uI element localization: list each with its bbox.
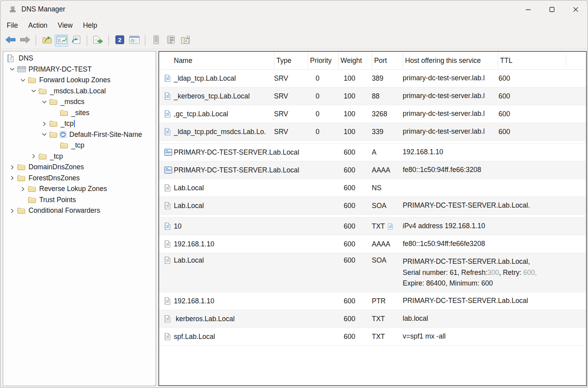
folder-icon	[28, 197, 38, 203]
window-table-icon	[129, 36, 140, 45]
record-row-gc-tcp-lab-local[interactable]: ,gc_tcp.Lab.LocalSRV01003268primary-dc-t…	[159, 105, 586, 123]
tree-item-conditional-forwarders[interactable]: Conditional Forwarders	[3, 205, 156, 216]
record-row-ldap-tcp-lab-local[interactable]: _ldap_tcp.Lab.LocalSRV0100389primary-dc-…	[159, 70, 586, 87]
record-row-lab-local[interactable]: Lab.Local600SOAPRIMARY-DC-TEST-SERVER.La…	[159, 197, 586, 214]
tree-item-label: _tcp	[50, 152, 63, 161]
column-header-weight[interactable]: Weight	[338, 52, 372, 69]
site-globe-icon	[59, 131, 68, 138]
chevron-down-icon[interactable]	[7, 68, 17, 71]
tree-item-domaindnszones[interactable]: DomainDnsZones	[3, 162, 156, 173]
chevron-right-icon[interactable]	[29, 154, 38, 159]
record-port: A	[372, 148, 403, 157]
record-data: fe80::1c50:94ff:fe66fe3208	[403, 238, 498, 250]
record-weight: 600	[338, 166, 372, 174]
menu-action[interactable]: Action	[23, 20, 53, 31]
window-controls	[516, 0, 588, 18]
chevron-right-icon[interactable]	[7, 208, 17, 213]
record-type	[274, 253, 308, 256]
export-list-button[interactable]	[91, 34, 105, 47]
menu-help[interactable]: Help	[78, 20, 102, 31]
minimize-button[interactable]	[516, 0, 540, 18]
chevron-right-icon[interactable]	[18, 187, 28, 191]
console-window-icon	[56, 36, 67, 45]
record-priority: 0	[308, 92, 338, 100]
chevron-down-icon[interactable]	[39, 100, 49, 104]
record-priority: 0	[308, 128, 338, 136]
column-header-type[interactable]: Type	[274, 52, 308, 69]
record-row-spf-lab-local[interactable]: spf.Lab.Local600TXTv=spf1 mx -all	[159, 327, 586, 345]
record-weight: 600	[338, 297, 372, 305]
tree-item-trust-points[interactable]: Trust Points	[3, 195, 156, 206]
up-one-level-button[interactable]	[40, 34, 53, 47]
tree-item-forestdnszones[interactable]: ForestDnsZones	[3, 173, 156, 184]
chevron-down-icon[interactable]	[18, 79, 28, 82]
tree-item-dns[interactable]: DNS	[3, 53, 156, 64]
column-header-ttl[interactable]: TTL	[498, 52, 586, 69]
tree-item-forward-lookup-zones[interactable]: Forward Lookup Zones	[3, 75, 156, 86]
column-header-priority[interactable]: Priority	[308, 52, 338, 69]
record-list-button[interactable]	[164, 34, 177, 47]
maximize-button[interactable]	[540, 0, 564, 18]
column-header-host-offering-this-service[interactable]: Host offering this service	[403, 52, 498, 69]
record-row-kerberos-lab-local[interactable]: kerberos.Lab.Local600TXTlab.local	[159, 310, 586, 327]
list-header: NameTypePriorityWeightPortHost offering …	[159, 52, 586, 70]
forward-button[interactable]	[18, 34, 32, 47]
record-group: _ldap_tcp.Lab.LocalSRV0100389primary-dc-…	[159, 70, 586, 141]
tree-item-tcp[interactable]: _tcp	[3, 151, 156, 162]
record-weight: 600	[338, 222, 372, 231]
clipboard-doc-icon	[181, 36, 190, 46]
server-view-button[interactable]	[149, 34, 163, 47]
record-row-192-168-1-10[interactable]: 192.168.1.10600PTRPRIMARY-DC-TEST-SERVER…	[159, 292, 586, 310]
folder-icon	[17, 207, 27, 214]
clipboard-view-button[interactable]	[179, 34, 192, 47]
menu-view[interactable]: View	[53, 20, 78, 31]
server-stack-icon	[153, 35, 160, 46]
record-doc-blue-icon	[159, 222, 174, 230]
tree-item-tcp[interactable]: _tcp	[3, 118, 156, 129]
record-weight: 600	[338, 240, 372, 248]
menu-file[interactable]: File	[2, 20, 23, 31]
tree-item-msdcs[interactable]: _msdcs	[3, 97, 156, 108]
tree-item-label: Reverse Lokup Zones	[39, 185, 107, 193]
folder-icon	[49, 120, 59, 127]
record-row-lab-local[interactable]: Lab.Local600SOAPRIMARY-DC-TEST-SERVER.La…	[159, 253, 586, 292]
chevron-right-icon[interactable]	[7, 176, 17, 180]
chevron-down-icon[interactable]	[39, 133, 49, 136]
tree-item-primary-dc-test[interactable]: PRIMARY-DC-TEST	[3, 64, 156, 75]
record-row-10[interactable]: 10600TXTiPv4 address 192.168.1.10	[159, 218, 586, 235]
record-group: 10600TXTiPv4 address 192.168.1.10192.168…	[159, 217, 586, 346]
close-button[interactable]	[564, 0, 588, 18]
refresh-button[interactable]	[69, 34, 83, 47]
tree-item-msdcs-lab-local[interactable]: _msdcs.Lab.Local	[3, 86, 156, 97]
chevron-right-icon[interactable]	[7, 165, 17, 170]
back-button[interactable]	[4, 34, 17, 47]
record-row-kerberos-tcp-lab-local[interactable]: _kerberos_tcp.Lab.LocalSRV010088primary-…	[159, 87, 586, 105]
tree-item-tcp[interactable]: _tcp	[3, 140, 156, 151]
record-port-text: AAAA	[372, 240, 390, 248]
record-row-lab-local[interactable]: Lab.Local600NS	[159, 179, 586, 197]
tree-item-default-first-site-name[interactable]: Default-First-Site-Name	[3, 129, 156, 140]
record-port: TXT	[372, 315, 403, 323]
record-row-192-168-1-10[interactable]: 192.168.1.10600AAAAfe80::1c50:94ff:fe66f…	[159, 235, 586, 253]
record-row-primary-dc-test-server-lab-local[interactable]: PRIMARY-DC-TEST-SERVER.Lab.Local600AAAAf…	[159, 161, 586, 179]
record-port-text: PTR	[372, 297, 386, 305]
notebook-list-icon	[166, 35, 175, 46]
tree-item-label: _msdcs	[61, 98, 84, 106]
tree-item-reverse-lokup-zones[interactable]: Reverse Lokup Zones	[3, 184, 156, 195]
help-button[interactable]: 2	[113, 34, 126, 47]
record-row-ldap-tcp-pdc-msdcs-lab-lo[interactable]: _ldap_tcp.pdc_msdcs.Lab.Lo.SRV0100339pri…	[159, 123, 586, 140]
tree-item-label: Trust Points	[39, 196, 76, 204]
chevron-down-icon[interactable]	[29, 89, 38, 93]
folder-icon	[28, 77, 38, 83]
show-console-tree-button[interactable]	[55, 34, 68, 47]
record-priority: 0	[308, 110, 338, 118]
tree-item-sites[interactable]: _sites	[3, 108, 156, 119]
help-2-icon: 2	[115, 35, 124, 46]
menu-bar: FileActionViewHelp	[0, 18, 588, 32]
chevron-right-icon[interactable]	[39, 121, 49, 126]
column-header-port[interactable]: Port	[372, 52, 403, 69]
record-name: 192.168.1.10	[174, 297, 274, 305]
column-header-name[interactable]: Name	[159, 52, 274, 69]
record-row-primary-dc-test-server-lab-local[interactable]: PRIMARY-DC-TEST-SERVER.Lab.Local600A192.…	[159, 144, 586, 161]
properties-window-button[interactable]	[127, 34, 141, 47]
